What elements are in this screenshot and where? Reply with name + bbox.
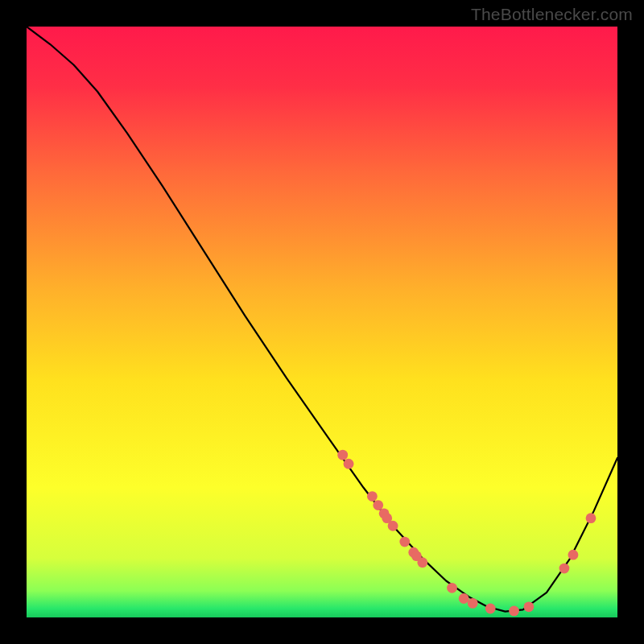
chart-frame: TheBottlenecker.com (0, 0, 644, 644)
bottleneck-curve-chart (27, 27, 617, 617)
watermark-text: TheBottlenecker.com (471, 5, 633, 24)
